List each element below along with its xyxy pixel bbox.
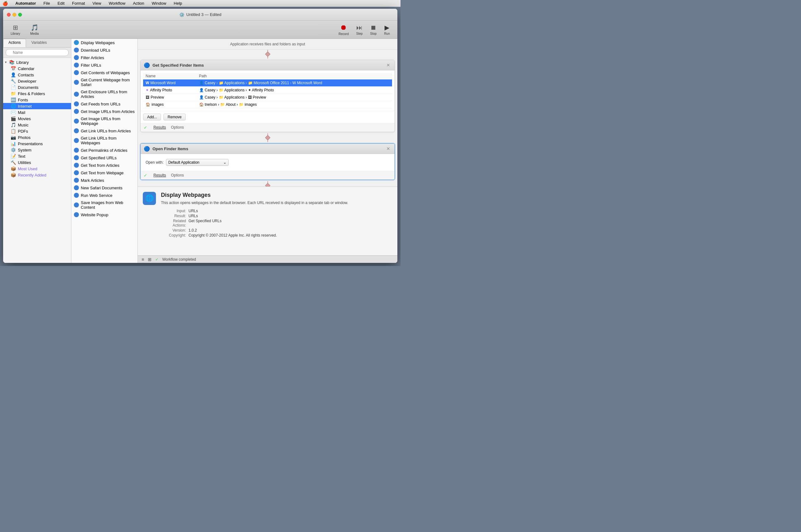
table-row[interactable]: 🖼Preview 👤 Casey › 📁 Applications › 🖼 Pr… [143,94,392,101]
media-button[interactable]: 🎵 Media [28,22,41,37]
block2-close[interactable]: ✕ [385,146,391,151]
connector-2-3 [140,181,395,187]
tree-item-internet[interactable]: 🌐 Internet [3,103,71,109]
action-get-image-urls-articles[interactable]: Get Image URLs from Articles [71,108,137,115]
tree-item-pdfs[interactable]: 📋 PDFs [3,128,71,134]
library-button[interactable]: ⊞ Library [8,22,23,37]
library-tree-icon: 📚 [9,60,14,65]
block1-close[interactable]: ✕ [385,62,391,68]
action-mark-articles[interactable]: Mark Articles [71,176,137,184]
action-filter-articles[interactable]: Filter Articles [71,54,137,61]
action-get-text-webpage[interactable]: Get Text from Webpage [71,169,137,176]
grid-view-icon[interactable]: ⊞ [148,257,152,262]
run-button[interactable]: ▶ Run [382,22,392,37]
action-website-popup[interactable]: Website Popup [71,211,137,218]
action-icon [74,62,79,68]
maximize-button[interactable] [18,13,22,17]
tree-item-presentations[interactable]: 📊 Presentations [3,140,71,147]
tree-item-text[interactable]: 📝 Text [3,153,71,159]
stop-button[interactable]: ⏹ Stop [368,23,379,37]
results-check-icon: ✓ [144,173,147,178]
tree-item-calendar[interactable]: 📅 Calendar [3,65,71,72]
action-get-link-urls-webpages[interactable]: Get Link URLs from Webpages [71,135,137,147]
tree-item-mail[interactable]: ✉️ Mail [3,109,71,115]
block1-remove-button[interactable]: Remove [164,114,186,120]
step-icon: ⏭ [356,24,362,31]
menu-view[interactable]: View [91,1,103,6]
tab-actions[interactable]: Actions [3,39,26,47]
action-get-feeds[interactable]: Get Feeds from URLs [71,100,137,108]
action-get-specified-urls[interactable]: Get Specified URLs [71,154,137,162]
block1-tab-options[interactable]: Options [171,125,184,130]
description-icon: 🌐 [143,192,156,205]
block1-tab-results[interactable]: Results [153,125,166,130]
tab-variables[interactable]: Variables [26,39,52,47]
action-label: Download URLs [81,48,110,53]
tree-item-files-folders[interactable]: 📁 Files & Folders [3,91,71,97]
tree-item-photos[interactable]: 📷 Photos [3,134,71,140]
minimize-button[interactable] [13,13,16,17]
tree-item-contacts[interactable]: 👤 Contacts [3,72,71,78]
action-new-safari[interactable]: New Safari Documents [71,184,137,191]
action-label: Save Images from Web Content [81,200,135,210]
action-get-permalinks[interactable]: Get Permalinks of Articles [71,147,137,154]
action-label: Get Current Webpage from Safari [81,78,135,87]
main-content: Actions Variables 🔍 ▼ 📚 Library 📅 [3,39,397,263]
run-icon: ▶ [385,24,389,31]
action-download-urls[interactable]: Download URLs [71,46,137,54]
search-input[interactable] [6,49,69,56]
action-icon [74,163,79,168]
table-row[interactable]: WMicrosoft Word 👤 Casey › 📁 Applications… [143,79,392,87]
list-view-icon[interactable]: ≡ [142,257,144,262]
block1-add-button[interactable]: Add... [143,114,161,120]
table-row[interactable]: ✦Affinity Photo 👤 Casey › 📁 Applications… [143,87,392,94]
action-get-link-urls-articles[interactable]: Get Link URLs from Articles [71,127,137,135]
tree-item-movies[interactable]: 🎬 Movies [3,115,71,122]
toolbar-right: ⏺ Record ⏭ Step ⏹ Stop ▶ Run [336,22,392,37]
action-get-current-webpage[interactable]: Get Current Webpage from Safari [71,76,137,88]
row-name: 🏠images [143,101,197,108]
apple-menu[interactable]: 🍎 [2,1,8,6]
search-wrapper: 🔍 [6,49,69,56]
tree-item-recently-added[interactable]: 📦 Recently Added [3,172,71,178]
workflow-area[interactable]: 🔵 Get Specified Finder Items ✕ Name Path [138,50,397,187]
action-filter-urls[interactable]: Filter URLs [71,61,137,69]
menu-edit[interactable]: Edit [56,1,66,6]
action-get-text-articles[interactable]: Get Text from Articles [71,162,137,169]
action-run-web-service[interactable]: Run Web Service [71,191,137,199]
main-window: ⚙️ Untitled 3 — Edited ⊞ Library 🎵 Media… [3,9,397,263]
row-name: WMicrosoft Word [143,79,197,87]
action-save-images[interactable]: Save Images from Web Content [71,199,137,211]
menu-workflow[interactable]: Workflow [107,1,127,6]
tree-item-most-used[interactable]: 📦 Most Used [3,166,71,172]
action-icon [74,55,79,60]
action-get-enclosure-urls[interactable]: Get Enclosure URLs from Articles [71,88,137,100]
open-with-dropdown[interactable]: Default Application ⌄ [166,159,228,166]
menu-format[interactable]: Format [71,1,86,6]
action-icon [74,138,79,143]
action-display-webpages[interactable]: Display Webpages [71,39,137,46]
menu-file[interactable]: File [42,1,51,6]
record-button[interactable]: ⏺ Record [336,22,351,37]
menu-window[interactable]: Window [151,1,168,6]
tree-item-library[interactable]: ▼ 📚 Library [3,59,71,65]
step-button[interactable]: ⏭ Step [354,23,365,37]
tree-item-documents[interactable]: 📄 Documents [3,84,71,91]
action-icon [74,40,79,45]
menu-help[interactable]: Help [172,1,184,6]
close-button[interactable] [7,13,11,17]
menu-action[interactable]: Action [131,1,145,6]
menu-automator[interactable]: Automator [14,1,37,6]
block2-tab-results[interactable]: Results [153,173,166,178]
workflow-status-text: Workflow completed [162,257,196,262]
workflow-block-finder-items: 🔵 Get Specified Finder Items ✕ Name Path [140,60,395,132]
action-get-contents-webpages[interactable]: Get Contents of Webpages [71,69,137,76]
tree-item-developer[interactable]: 🔧 Developer [3,78,71,84]
tree-item-music[interactable]: 🎵 Music [3,122,71,128]
tree-item-utilities[interactable]: 🔨 Utilities [3,159,71,166]
action-get-image-urls-webpage[interactable]: Get Image URLs from Webpage [71,115,137,127]
block2-tab-options[interactable]: Options [171,173,184,178]
table-row[interactable]: 🏠images 🏠 tnelson › 📁 About › 📁 images [143,101,392,108]
tree-item-system[interactable]: ⚙️ System [3,147,71,153]
tree-item-fonts[interactable]: 🔤 Fonts [3,97,71,103]
